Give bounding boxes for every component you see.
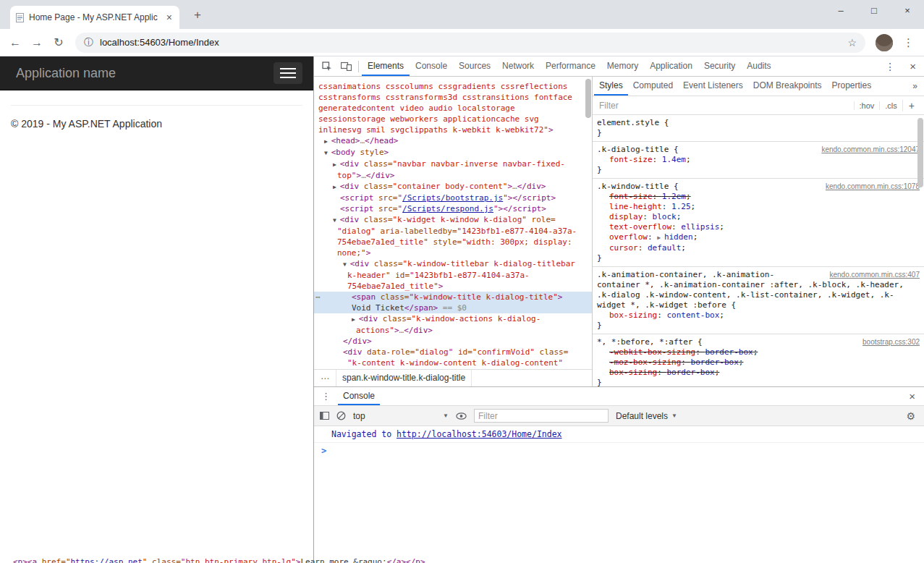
dom-tree-line[interactable]: ▼ <div class="k-window-titlebar k-dialog…	[314, 258, 592, 270]
css-property[interactable]: font-size: 1.2em;	[597, 192, 920, 202]
node-options-icon[interactable]: ⋯	[315, 292, 321, 302]
url-text[interactable]: localhost:54603/Home/Index	[100, 37, 847, 48]
css-property[interactable]: cursor: default;	[597, 243, 920, 253]
new-style-rule-button[interactable]: +	[902, 100, 919, 111]
css-source-link[interactable]: kendo.common.min.css:407	[829, 270, 920, 280]
page-info-icon[interactable]: ⓘ	[84, 36, 93, 49]
devtools-close-button[interactable]: ×	[902, 60, 924, 72]
dom-tree-line[interactable]: 754ebae7a1ed_title" style="width: 300px;…	[314, 237, 592, 247]
dom-tree-line-selected[interactable]: ⋯<span class="k-window-title k-dialog-ti…	[314, 292, 592, 302]
live-expression-eye-icon[interactable]	[456, 412, 467, 420]
styles-tab-computed[interactable]: Computed	[628, 77, 678, 96]
styles-scrollbar-thumb[interactable]	[917, 118, 923, 187]
css-property-value[interactable]: 1.25	[671, 202, 691, 211]
clear-console-icon[interactable]	[336, 411, 346, 420]
navbar-brand[interactable]: Application name	[16, 66, 116, 81]
css-property-name[interactable]: font-size	[609, 192, 653, 201]
new-tab-button[interactable]: +	[190, 7, 205, 24]
devtools-tab-memory[interactable]: Memory	[601, 56, 644, 76]
expand-arrow-icon[interactable]: ▼	[333, 217, 340, 224]
css-selector[interactable]: widget *, .k-widget :before {	[597, 300, 920, 310]
dom-tree-line[interactable]: k-header" id="1423bfb1-e877-4104-a37a-	[314, 270, 592, 281]
reload-button[interactable]: ↻	[48, 35, 69, 49]
expand-arrow-icon[interactable]: ▶	[352, 316, 359, 323]
dom-tree-line[interactable]: ▶ <div class="navbar navbar-inverse navb…	[314, 158, 592, 170]
dom-tree-line[interactable]: ▶ <head>…</head>	[314, 135, 592, 147]
css-property-name[interactable]: -webkit-box-sizing	[609, 347, 695, 357]
css-property[interactable]: box-sizing: content-box;	[597, 310, 920, 321]
css-property[interactable]: font-size: 1.4em;	[597, 155, 920, 165]
expand-arrow-icon[interactable]: ▼	[343, 261, 350, 268]
css-selector[interactable]: .k-dialog .k-window-content, .k-list-con…	[597, 290, 920, 300]
scrollbar-thumb[interactable]	[585, 79, 591, 118]
css-property-name[interactable]: line-height	[609, 202, 662, 211]
devtools-tab-sources[interactable]: Sources	[453, 56, 496, 76]
devtools-tab-network[interactable]: Network	[496, 56, 540, 76]
code-token[interactable]: /Scripts/bootstrap.js	[402, 193, 503, 203]
code-token[interactable]: https://asp.net	[71, 557, 143, 563]
css-property-value[interactable]: border-box	[666, 368, 714, 377]
dom-tree-line[interactable]: </div>	[314, 336, 592, 347]
console-prompt[interactable]: >	[314, 443, 924, 456]
styles-tab-styles[interactable]: Styles	[594, 77, 628, 96]
devtools-tab-audits[interactable]: Audits	[741, 56, 776, 76]
dom-tree-line[interactable]: 754ebae7a1ed_title">	[314, 281, 592, 292]
css-property[interactable]: line-height: 1.25;	[597, 202, 920, 212]
dom-tree-line[interactable]: actions">…</div>	[314, 325, 592, 336]
omnibox[interactable]: ⓘ localhost:54603/Home/Index ☆	[75, 33, 865, 53]
css-selector[interactable]: element.style {	[597, 118, 920, 128]
devtools-tab-elements[interactable]: Elements	[362, 56, 410, 76]
css-source-link[interactable]: bootstrap.css:302	[862, 337, 920, 347]
navbar-toggle-button[interactable]	[274, 62, 302, 84]
dom-tree-line[interactable]: generatedcontent video audio localstorag…	[314, 103, 592, 114]
styles-tab-dom-breakpoints[interactable]: DOM Breakpoints	[748, 77, 827, 96]
css-property[interactable]: -webkit-box-sizing: border-box;	[597, 347, 920, 357]
css-property-value[interactable]: border-box	[691, 357, 739, 367]
minimize-button[interactable]: –	[824, 0, 857, 25]
dom-tree-line[interactable]: ▶ <div class="k-window-actions k-dialog-	[314, 313, 592, 325]
dom-tree-line[interactable]: inlinesvg smil svgclippaths k-webkit k-w…	[314, 124, 592, 135]
dom-tree-line-selected[interactable]: Void Ticket</span> == $0	[314, 302, 592, 313]
devtools-tab-performance[interactable]: Performance	[540, 56, 601, 76]
dom-tree-line[interactable]: ▼ <div class="k-widget k-window k-dialog…	[314, 214, 592, 226]
expand-arrow-icon[interactable]: ▶	[324, 138, 331, 145]
dom-tree-line[interactable]: <script src="/Scripts/respond.js"></scri…	[314, 203, 592, 214]
css-property[interactable]: box-sizing: border-box;	[597, 368, 920, 378]
css-property-name[interactable]: font-size	[609, 155, 653, 164]
css-property-name[interactable]: text-overflow	[609, 222, 671, 232]
devtools-more-icon[interactable]: ⋮	[878, 61, 902, 72]
expand-arrow-icon[interactable]: ▶	[333, 184, 340, 190]
css-property-value[interactable]: default	[648, 243, 681, 253]
dom-tree-line[interactable]: ▼ <body style>	[314, 147, 592, 158]
css-property-name[interactable]: -moz-box-sizing	[609, 357, 681, 367]
css-property[interactable]: overflow: ▶ hidden;	[597, 232, 920, 243]
devtools-tab-console[interactable]: Console	[410, 56, 453, 76]
bookmark-star-icon[interactable]: ☆	[847, 37, 857, 48]
css-property-name[interactable]: overflow	[609, 232, 648, 242]
css-property[interactable]: text-overflow: ellipsis;	[597, 222, 920, 232]
expand-arrow-icon[interactable]: ▶	[333, 161, 340, 168]
execution-context-selector[interactable]: top ▼	[353, 411, 449, 421]
tab-console[interactable]: Console	[338, 387, 380, 405]
back-button[interactable]: ←	[4, 36, 26, 49]
styles-filter-input[interactable]	[598, 100, 854, 111]
styles-tab-properties[interactable]: Properties	[826, 77, 876, 96]
profile-avatar[interactable]	[876, 34, 893, 51]
expand-arrow-icon[interactable]: ▼	[324, 150, 331, 156]
forward-button[interactable]: →	[26, 36, 48, 49]
css-property-name[interactable]: cursor	[609, 243, 638, 253]
css-selector[interactable]: container *, .k-animation-container :aft…	[597, 280, 920, 290]
dom-tree-line[interactable]: none;">	[314, 247, 592, 258]
devtools-tab-security[interactable]: Security	[698, 56, 741, 76]
maximize-button[interactable]: □	[857, 0, 891, 25]
dom-tree-line[interactable]: "k-content k-window-content k-dialog-con…	[314, 357, 592, 368]
styles-more-icon[interactable]: »	[906, 81, 924, 91]
close-button[interactable]: ×	[891, 0, 924, 25]
dom-tree-line[interactable]: tabindex="0" style="	[314, 368, 592, 369]
device-toolbar-icon[interactable]	[336, 62, 355, 71]
inspect-element-icon[interactable]	[318, 62, 336, 72]
dom-tree-line[interactable]: <div data-role="dialog" id="confirmVoid"…	[314, 347, 592, 357]
dom-tree-line[interactable]: csstransforms csstransforms3d csstransit…	[314, 92, 592, 103]
log-levels-selector[interactable]: Default levels ▼	[616, 411, 677, 421]
dom-tree-line[interactable]: sessionstorage webworkers applicationcac…	[314, 114, 592, 124]
